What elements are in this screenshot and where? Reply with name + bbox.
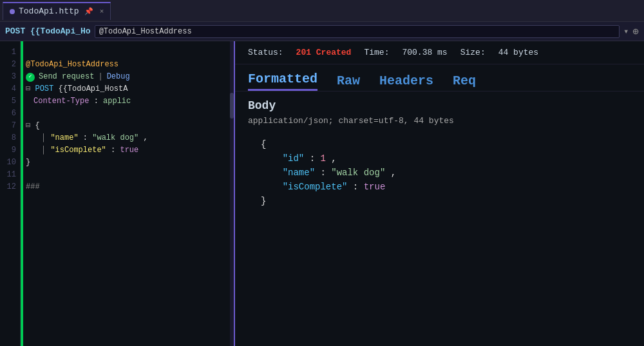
indent-pipes-2: │ (41, 146, 50, 155)
header-value: applic (103, 97, 131, 106)
code-line-6 (26, 108, 231, 120)
comma: , (143, 133, 147, 142)
code-line-10: } (26, 157, 231, 169)
line-num-4: 4 (0, 83, 20, 95)
size-value: 44 bytes (498, 48, 538, 57)
json-val-name: "walk dog" (331, 168, 385, 178)
line-num-2: 2 (0, 59, 20, 71)
line-num-9: 9 (0, 144, 20, 157)
editor-panel: 1 2 3 4 5 6 7 8 9 10 11 12 @ (0, 41, 235, 346)
url-input[interactable]: @TodoApi_HostAddress (95, 25, 620, 38)
response-body: Body application/json; charset=utf-8, 44… (235, 91, 644, 218)
time-label: Time: (364, 48, 389, 57)
key-name: "name" (50, 133, 78, 142)
status-bar: Status: 201 Created Time: 700.38 ms Size… (235, 41, 644, 64)
open-brace: { (35, 121, 39, 130)
line-numbers: 1 2 3 4 5 6 7 8 9 10 11 12 (0, 41, 21, 346)
json-id: "id" : 1 , (261, 151, 618, 166)
line-num-3: 3 (0, 71, 20, 83)
code-line-1 (26, 46, 231, 59)
code-line-8: │ "name" : "walk dog" , (26, 132, 231, 144)
line-num-8: 8 (0, 132, 20, 144)
line-num-6: 6 (0, 108, 20, 120)
line-num-1: 1 (0, 46, 20, 59)
response-tabs: Formatted Raw Headers Req (235, 64, 644, 91)
code-line-4: ⊟ POST {{TodoApi_HostA (26, 83, 231, 95)
indent-pipes: │ (41, 133, 50, 142)
send-request-label[interactable]: Send request (39, 71, 94, 83)
tab-dot-icon (10, 9, 15, 14)
response-panel: Status: 201 Created Time: 700.38 ms Size… (235, 41, 644, 346)
code-line-2: @TodoApi_HostAddress (26, 59, 231, 71)
content-type: application/json; charset=utf-8, 44 byte… (248, 116, 631, 126)
send-button[interactable]: ⊕ (632, 25, 639, 38)
tab-close-icon[interactable]: × (100, 8, 104, 15)
tab-raw[interactable]: Raw (337, 73, 360, 91)
main-layout: 1 2 3 4 5 6 7 8 9 10 11 12 @ (0, 41, 644, 346)
val-iscomplete: true (120, 146, 138, 155)
tab-headers[interactable]: Headers (379, 73, 433, 91)
tab-pin-icon[interactable]: 📌 (84, 7, 93, 15)
key-iscomplete: "isComplete" (50, 146, 106, 155)
code-line-9: │ "isComplete" : true (26, 144, 231, 157)
debug-label[interactable]: Debug (107, 71, 130, 83)
header-name: Content-Type (33, 97, 89, 106)
method-label: POST {{TodoApi_Ho (5, 26, 91, 36)
header-colon: : (94, 97, 103, 106)
json-iscomplete: "isComplete" : true (261, 180, 618, 194)
separator-hashes: ### (26, 182, 40, 191)
line-num-11: 11 (0, 169, 20, 181)
json-val-id: 1 (320, 153, 325, 164)
http-method: POST (35, 84, 58, 93)
json-val-iscomplete: true (364, 182, 386, 192)
code-line-12: ### (26, 181, 231, 193)
fold-icon-2: ⊟ (26, 121, 30, 130)
json-close: } (261, 194, 618, 208)
status-label: Status: (248, 48, 283, 57)
json-open: { (261, 137, 618, 151)
json-key-name: "name" (283, 168, 315, 178)
body-title: Body (248, 99, 631, 112)
code-editor[interactable]: @TodoApi_HostAddress ✓ Send request | De… (23, 41, 234, 346)
tab-bar: TodoApi.http 📌 × (0, 0, 644, 22)
colon-2: : (111, 146, 115, 155)
editor-content: 1 2 3 4 5 6 7 8 9 10 11 12 @ (0, 41, 234, 346)
size-label: Size: (460, 48, 486, 57)
code-line-3: ✓ Send request | Debug (26, 71, 231, 83)
separator: | (98, 71, 102, 83)
fold-icon: ⊟ (26, 84, 30, 93)
dropdown-arrow-icon[interactable]: ▾ (623, 26, 629, 37)
address-bar: POST {{TodoApi_Ho @TodoApi_HostAddress ▾… (0, 22, 644, 41)
colon: : (83, 133, 88, 142)
json-response-block: { "id" : 1 , "name" : "walk dog" , (248, 135, 631, 211)
tab-formatted[interactable]: Formatted (248, 72, 317, 91)
json-key-id: "id" (283, 153, 305, 164)
val-name: "walk dog" (92, 133, 138, 142)
code-line-5: Content-Type : applic (26, 95, 231, 108)
todo-api-tab[interactable]: TodoApi.http 📌 × (3, 2, 111, 20)
editor-scrollbar[interactable] (230, 41, 234, 346)
editor-scrollbar-thumb[interactable] (230, 93, 234, 119)
code-line-11 (26, 169, 231, 181)
code-line-7: ⊟ { (26, 120, 231, 132)
http-url: {{TodoApi_HostA (58, 84, 128, 93)
close-brace: } (26, 158, 30, 167)
status-value: 201 Created (296, 48, 352, 57)
line-num-12: 12 (0, 181, 20, 193)
line-num-5: 5 (0, 95, 20, 108)
json-name: "name" : "walk dog" , (261, 166, 618, 180)
line-num-10: 10 (0, 157, 20, 169)
line-num-7: 7 (0, 120, 20, 132)
json-key-iscomplete: "isComplete" (283, 182, 348, 192)
tab-label: TodoApi.http (19, 6, 79, 16)
time-value: 700.38 ms (402, 48, 447, 57)
checkmark-icon: ✓ (26, 73, 35, 82)
variable-ref: @TodoApi_HostAddress (26, 60, 118, 69)
tab-request[interactable]: Req (453, 73, 476, 91)
